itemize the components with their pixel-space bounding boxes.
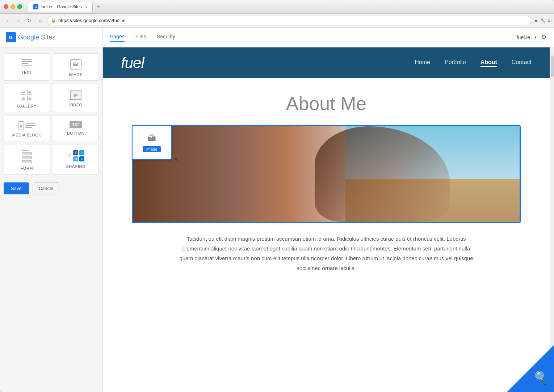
content-area: fuel Home Portfolio About Contact About … xyxy=(103,47,550,392)
tab-favicon: G xyxy=(33,4,38,9)
cursor-indicator: ↖ xyxy=(175,156,179,163)
widget-gallery-label: Gallery xyxy=(17,104,37,108)
widget-sharing[interactable]: ↗ f t ✉ in xyxy=(53,144,99,174)
menu-icon[interactable]: ≡ xyxy=(548,18,550,23)
bookmark-icon[interactable]: ★ xyxy=(534,18,538,23)
content-image-area: 🏔 Image ↖ xyxy=(132,125,521,223)
browser-tab[interactable]: G fuel.ie – Google Sites ✕ xyxy=(28,2,93,12)
nav-files[interactable]: Files xyxy=(135,34,146,41)
tab-title: fuel.ie – Google Sites xyxy=(41,4,82,9)
site-name: fuel.ie xyxy=(517,34,530,40)
url-field[interactable]: 🔒 https://sites.google.com/a/fuel.ie xyxy=(47,16,531,25)
gallery-widget-icon: 🏔 🏔 🏔 🏔 xyxy=(21,90,32,101)
gs-logo-text: Google Sites xyxy=(18,34,55,41)
title-bar: G fuel.ie – Google Sites ✕ + xyxy=(0,0,554,14)
home-button[interactable]: ⌂ xyxy=(36,17,44,25)
widget-text[interactable]: Text xyxy=(4,53,50,81)
extensions-icon[interactable]: 🔧 xyxy=(540,18,546,23)
sidebar-panel: Text 🏔 Image xyxy=(0,47,103,392)
body-text: Tacidunt eu elit diam magnis pretium acc… xyxy=(178,234,475,273)
site-logo: fuel xyxy=(121,54,144,72)
widget-mediablock[interactable]: 🏔 MEDIA BLOCK xyxy=(4,115,50,141)
settings-icon[interactable]: ⚙ xyxy=(541,33,547,41)
placeholder-image-icon: 🏔 xyxy=(147,133,156,143)
widget-button-label: BUTTON xyxy=(67,131,84,135)
nav-security[interactable]: Security xyxy=(157,34,175,41)
close-button[interactable] xyxy=(4,4,8,9)
scrollbar-thumb[interactable] xyxy=(551,55,554,77)
main-area: Text 🏔 Image xyxy=(0,47,554,392)
widget-form-label: FORM xyxy=(21,166,33,170)
site-nav-contact[interactable]: Contact xyxy=(512,59,532,67)
button-widget-icon: TXT xyxy=(70,121,82,128)
cancel-button[interactable]: Cancel xyxy=(33,182,59,194)
url-text: https://sites.google.com/a/fuel.ie xyxy=(58,18,126,23)
maximize-button[interactable] xyxy=(17,4,22,9)
address-bar: ‹ › ↻ ⌂ 🔒 https://sites.google.com/a/fue… xyxy=(0,14,554,28)
image-widget-icon: 🏔 xyxy=(70,59,81,69)
tab-close-icon[interactable]: ✕ xyxy=(84,5,87,9)
widget-image[interactable]: 🏔 Image xyxy=(53,53,99,81)
tab-area: G fuel.ie – Google Sites ✕ + xyxy=(28,2,550,12)
video-widget-icon: ▶ xyxy=(70,90,81,100)
nav-pages[interactable]: Pages xyxy=(110,34,125,42)
widget-video-label: Video xyxy=(69,103,83,107)
widget-mediablock-label: MEDIA BLOCK xyxy=(12,133,41,137)
browser-right-icons: ★ 🔧 ≡ xyxy=(534,18,550,23)
placeholder-label: Image xyxy=(143,146,161,152)
widget-gallery[interactable]: 🏔 🏔 🏔 🏔 Gallery xyxy=(4,84,50,112)
site-nav-portfolio[interactable]: Portfolio xyxy=(445,59,466,67)
widget-sharing-label: SHARING xyxy=(66,164,85,169)
widget-text-label: Text xyxy=(21,70,32,75)
site-nav-home[interactable]: Home xyxy=(415,59,430,67)
new-tab-button[interactable]: + xyxy=(94,3,102,11)
save-button[interactable]: Save xyxy=(4,182,29,194)
sidebar-actions: Save Cancel xyxy=(4,179,99,198)
page-title: About Me xyxy=(132,93,521,114)
widget-button[interactable]: TXT BUTTON xyxy=(53,115,99,141)
mediablock-widget-icon: 🏔 xyxy=(18,121,35,130)
widget-form[interactable]: FORM xyxy=(4,144,50,174)
site-nav: Home Portfolio About Contact xyxy=(415,59,532,67)
hero-image xyxy=(132,125,521,223)
text-widget-icon xyxy=(22,59,32,67)
scrollbar[interactable] xyxy=(550,47,554,392)
lock-icon: 🔒 xyxy=(51,18,56,23)
reload-button[interactable]: ↻ xyxy=(25,17,33,25)
sharing-widget-icon: ↗ f t ✉ in xyxy=(67,150,84,161)
back-button[interactable]: ‹ xyxy=(4,17,12,25)
google-sites-logo: G Google Sites xyxy=(6,32,55,42)
widget-grid: Text 🏔 Image xyxy=(4,53,99,174)
minimize-button[interactable] xyxy=(11,4,15,9)
image-widget-placeholder[interactable]: 🏔 Image xyxy=(132,125,172,160)
widget-image-label: Image xyxy=(69,72,83,77)
form-widget-icon xyxy=(22,150,32,163)
site-dropdown-icon[interactable]: ▼ xyxy=(534,35,537,39)
gs-icon: G xyxy=(6,32,16,42)
site-header: fuel Home Portfolio About Contact xyxy=(103,47,550,78)
traffic-lights xyxy=(4,4,22,9)
forward-button[interactable]: › xyxy=(14,17,22,25)
app-nav-right: fuel.ie ▼ ⚙ xyxy=(517,33,547,41)
browser-window: G fuel.ie – Google Sites ✕ + ‹ › ↻ ⌂ 🔒 h… xyxy=(0,0,554,392)
widget-video[interactable]: ▶ Video xyxy=(53,84,99,112)
page-content: About Me 🏔 Image ↖ xyxy=(103,78,550,295)
site-nav-about[interactable]: About xyxy=(480,59,497,67)
